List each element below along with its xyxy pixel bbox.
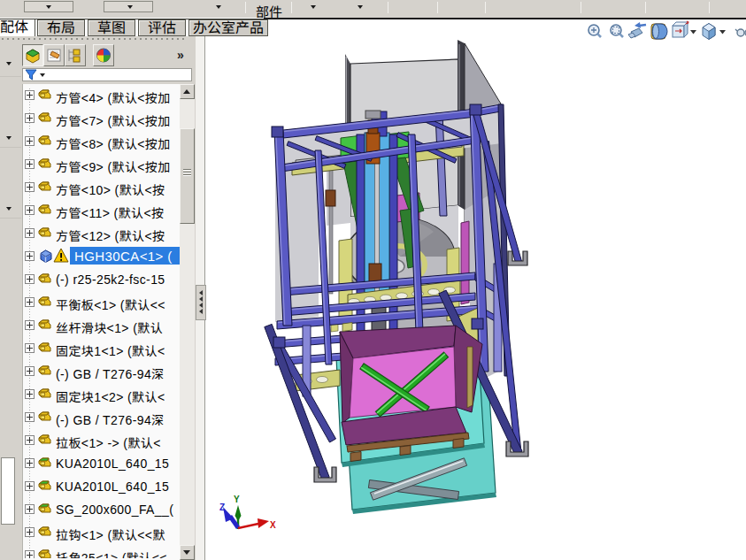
svg-text:Z: Z bbox=[219, 502, 225, 512]
svg-text:Y: Y bbox=[234, 495, 240, 504]
svg-text:X: X bbox=[270, 520, 276, 530]
